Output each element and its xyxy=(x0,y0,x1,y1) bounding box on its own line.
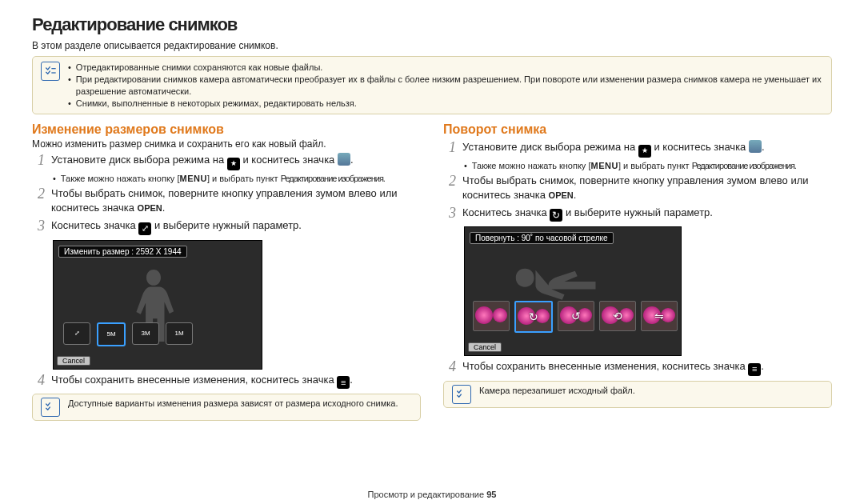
right-step-3: 3 Коснитесь значка и выберите нужный пар… xyxy=(443,206,832,222)
rotate-thumb[interactable]: ↺ xyxy=(558,301,594,331)
save-icon xyxy=(337,376,350,389)
right-step-4: 4 Чтобы сохранить внесенные изменения, к… xyxy=(443,359,832,376)
silhouette-figure-rotated xyxy=(497,251,649,307)
resize-icon xyxy=(138,222,151,235)
resize-options-row: ⤢ 5M 3M 1M xyxy=(63,322,193,346)
rotate-cw-icon: ↻ xyxy=(529,310,538,323)
rotate-thumb[interactable]: ↻ xyxy=(514,301,553,333)
resize-option[interactable]: 1M xyxy=(166,322,193,345)
edit-icon xyxy=(338,153,350,166)
rotate-thumb[interactable]: ⇋ xyxy=(641,301,678,331)
cancel-button[interactable]: Cancel xyxy=(57,356,90,366)
flip-h-icon: ⇋ xyxy=(654,310,664,322)
mode-dial-icon xyxy=(638,145,651,158)
edit-icon xyxy=(749,140,762,153)
menu-key-text: MENU xyxy=(590,161,618,170)
open-key-text: OPEN xyxy=(138,203,162,213)
mode-dial-icon xyxy=(227,158,240,170)
right-note-text: Камера перезапишет исходный файл. xyxy=(479,385,635,397)
rotate-caption: Повернуть : 90˚ по часовой стрелке xyxy=(470,232,614,244)
info-icon xyxy=(41,398,60,417)
open-key-text: OPEN xyxy=(549,190,574,200)
info-icon xyxy=(452,385,471,404)
right-step-1: 1 Установите диск выбора режима на и кос… xyxy=(443,140,832,157)
info-line-1: Отредактированные снимки сохраняются как… xyxy=(68,62,823,74)
info-line-2: При редактировании снимков камера автома… xyxy=(68,74,823,98)
right-column: Поворот снимка 1 Установите диск выбора … xyxy=(443,122,832,421)
cancel-button[interactable]: Cancel xyxy=(468,342,502,352)
info-line-3: Снимки, выполненные в некоторых режимах,… xyxy=(68,98,823,110)
left-subtext: Можно изменить размер снимка и сохранить… xyxy=(32,138,421,150)
resize-option[interactable]: 3M xyxy=(132,322,159,345)
resize-caption: Изменить размер : 2592 X 1944 xyxy=(58,246,187,258)
right-note-box: Камера перезапишет исходный файл. xyxy=(443,381,832,408)
right-step-2: 2 Чтобы выбрать снимок, поверните кнопку… xyxy=(443,174,832,202)
right-step-1-sub: Также можно нажать кнопку [MENU] и выбра… xyxy=(464,161,832,170)
intro-text: В этом разделе описывается редактировани… xyxy=(32,40,832,51)
left-note-box: Доступные варианты изменения размера зав… xyxy=(32,394,421,421)
rotate-thumb[interactable] xyxy=(473,301,510,331)
left-step-4: 4 Чтобы сохранить внесенные изменения, к… xyxy=(32,373,421,390)
left-column: Изменение размеров снимков Можно изменит… xyxy=(32,122,421,421)
left-step-1-sub: Также можно нажать кнопку [MENU] и выбра… xyxy=(53,174,421,183)
resize-option[interactable]: ⤢ xyxy=(63,322,90,345)
rotate-icon xyxy=(550,209,562,222)
page-title: Редактирование снимков xyxy=(32,14,832,35)
left-step-2: 2 Чтобы выбрать снимок, поверните кнопку… xyxy=(32,186,421,215)
menu-key-text: MENU xyxy=(179,174,206,183)
left-step-3: 3 Коснитесь значка и выберите нужный пар… xyxy=(32,218,421,235)
top-info-box: Отредактированные снимки сохраняются как… xyxy=(32,56,832,114)
rotate-thumbnails: ↻ ↺ ⟲ ⇋ xyxy=(473,301,678,333)
rotate-180-icon: ⟲ xyxy=(613,310,622,322)
info-icon xyxy=(41,62,60,81)
page-footer: Просмотр и редактирование 95 xyxy=(0,490,864,499)
left-heading: Изменение размеров снимков xyxy=(32,122,421,137)
right-heading: Поворот снимка xyxy=(443,122,832,137)
rotate-ccw-icon: ↺ xyxy=(571,310,581,322)
rotate-preview-screen: Повернуть : 90˚ по часовой стрелке ↻ ↺ ⟲… xyxy=(464,226,682,356)
resize-option[interactable]: 5M xyxy=(97,322,126,346)
save-icon xyxy=(748,363,761,376)
resize-preview-screen: Изменить размер : 2592 X 1944 ⤢ 5M 3M 1M… xyxy=(53,240,262,370)
rotate-thumb[interactable]: ⟲ xyxy=(599,301,636,331)
left-step-1: 1 Установите диск выбора режима на и кос… xyxy=(32,153,421,170)
left-note-text: Доступные варианты изменения размера зав… xyxy=(68,398,398,410)
